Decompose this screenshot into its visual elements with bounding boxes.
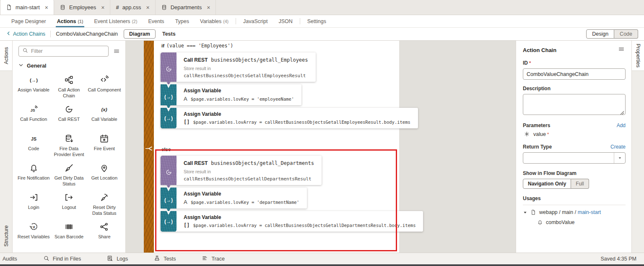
palette-item-call-component[interactable]: Call Component — [87, 75, 122, 99]
palette-item-code[interactable]: JSCode — [16, 133, 51, 158]
nav-item-actions[interactable]: Actions(1) — [52, 15, 89, 27]
card-title: Assign Variable — [184, 88, 294, 94]
parameter-row-value[interactable]: value * — [524, 131, 626, 137]
close-icon[interactable]: × — [146, 5, 150, 10]
full-button[interactable]: Full — [571, 179, 589, 189]
saved-status: Saved 4:35 PM — [601, 256, 638, 262]
design-toggle-button[interactable]: Design — [586, 29, 614, 39]
nav-separator — [236, 18, 236, 24]
right-side-strip: Properties — [631, 41, 644, 253]
tab-departments[interactable]: Departments× — [156, 0, 216, 15]
back-to-action-chains-link[interactable]: Action Chains — [6, 31, 45, 37]
tests-tab-button[interactable]: Tests — [162, 31, 176, 37]
card-tab: (→) — [161, 188, 177, 212]
palette-section-general[interactable]: General — [13, 60, 125, 70]
call-rest-icon — [64, 104, 74, 114]
search-icon — [43, 255, 53, 263]
properties-menu-icon[interactable] — [618, 46, 626, 54]
palette-item-get-location[interactable]: Get Location — [87, 163, 122, 187]
properties-panel-tab-label: Properties — [635, 44, 641, 68]
palette-item-label: Call REST — [58, 116, 80, 122]
tab-employees[interactable]: Employees× — [54, 0, 111, 15]
tab-app-css[interactable]: #app.css× — [110, 0, 155, 15]
add-parameter-link[interactable]: Add — [617, 123, 626, 128]
structure-panel-tab[interactable]: Structure — [0, 225, 12, 247]
card-call-rest-1-1[interactable]: Call RESTbusinessObjects/getall_Employee… — [161, 52, 316, 82]
card-assign-variable-1-2[interactable]: (→)Assign VariableA$page.variables.lovKe… — [161, 84, 301, 105]
tab-main-start[interactable]: main-start× — [0, 0, 54, 15]
nav-item-types[interactable]: Types — [170, 15, 195, 27]
tab-label: main-start — [16, 4, 40, 10]
palette-item-call-variable[interactable]: (x)Call Variable — [87, 104, 122, 128]
branch-keyword: else — [161, 147, 171, 152]
card-assign-variable-2-3[interactable]: (→)Assign Variable[]$page.variables.lovA… — [161, 211, 423, 232]
usage-event-name: comboValue — [546, 219, 575, 225]
main-area: Actions Structure General (→)Assign Vari… — [0, 41, 644, 253]
usage-row-page[interactable]: webapp / main / main-start — [523, 209, 626, 215]
code-toggle-button[interactable]: Code — [614, 29, 638, 39]
id-input[interactable] — [523, 68, 626, 80]
flask-icon — [154, 255, 164, 263]
nav-item-events[interactable]: Events — [143, 15, 169, 27]
palette-item-share[interactable]: Share — [87, 222, 122, 246]
assignment-row: A$page.variables.lovKey = 'departmentNam… — [184, 199, 299, 205]
code-icon: JS — [29, 133, 39, 143]
palette-item-call-action-chain[interactable]: Call Action Chain — [51, 75, 86, 99]
description-textarea[interactable] — [523, 94, 626, 115]
close-icon[interactable]: × — [101, 5, 104, 10]
tab-bar: main-start×Employees×#app.css×Department… — [0, 0, 644, 15]
palette-item-reset-variables[interactable]: xReset Variables — [16, 222, 51, 246]
resize-handle-icon[interactable] — [620, 111, 624, 115]
usage-page-link[interactable]: main-start — [578, 209, 601, 215]
palette-item-fire-notification[interactable]: Fire Notification — [16, 163, 51, 187]
return-type-select[interactable] — [523, 152, 626, 164]
caret-down-icon[interactable] — [523, 210, 527, 215]
palette-item-label: Get Location — [91, 175, 117, 181]
palette-item-label: Get Dirty Data Status — [52, 175, 86, 187]
usage-row-event[interactable]: comboValue — [537, 219, 626, 225]
logout-icon — [64, 192, 74, 202]
close-icon[interactable]: × — [45, 5, 48, 10]
card-assign-variable-1-3[interactable]: (→)Assign Variable[]$page.variables.lovA… — [161, 108, 418, 128]
statusbar-item-tests[interactable]: Tests — [154, 255, 176, 263]
palette-item-fire-event[interactable]: Fire Event — [87, 133, 122, 158]
nav-item-variables[interactable]: Variables(4) — [195, 15, 234, 27]
branch-label-else: else — [161, 147, 399, 152]
properties-panel-tab[interactable]: Properties — [632, 41, 644, 71]
palette-item-login[interactable]: Login — [16, 192, 51, 216]
palette-item-scan-barcode[interactable]: Scan Barcode — [51, 222, 86, 246]
palette-item-call-function[interactable]: JSCall Function — [16, 104, 51, 128]
nav-item-page-designer[interactable]: Page Designer — [6, 15, 52, 27]
palette-item-assign-variable[interactable]: (→)Assign Variable — [16, 75, 51, 99]
branch-node-icon[interactable] — [145, 144, 153, 153]
nav-item-label: Settings — [307, 18, 326, 24]
nav-item-settings[interactable]: Settings — [302, 15, 332, 27]
card-assign-variable-2-2[interactable]: (→)Assign VariableA$page.variables.lovKe… — [161, 188, 307, 209]
palette-menu-icon[interactable] — [112, 48, 121, 55]
nav-item-json[interactable]: JSON — [273, 15, 298, 27]
palette-item-fire-data-provider-event[interactable]: Fire Data Provider Event — [51, 133, 86, 158]
card-endpoint: businessObjects/getall_Departments — [211, 160, 314, 166]
assign-variable-icon: (→) — [164, 94, 173, 100]
actions-panel-tab[interactable]: Actions — [0, 41, 12, 71]
palette-item-get-dirty-data-status[interactable]: Get Dirty Data Status — [51, 163, 86, 187]
statusbar-item-logs[interactable]: Logs — [107, 255, 128, 263]
navigation-only-button[interactable]: Navigation Only — [523, 179, 571, 189]
create-return-type-link[interactable]: Create — [610, 144, 626, 150]
palette-item-call-rest[interactable]: Call REST — [51, 104, 86, 128]
diagram-tab-button[interactable]: Diagram — [124, 29, 156, 39]
card-call-rest-2-1[interactable]: Call RESTbusinessObjects/getall_Departme… — [161, 156, 322, 185]
palette-item-reset-dirty-data-status[interactable]: Reset Dirty Data Status — [87, 192, 122, 216]
statusbar-item-find-in-files[interactable]: Find in Files — [43, 255, 81, 263]
close-icon[interactable]: × — [207, 5, 210, 10]
nav-item-event-listeners[interactable]: Event Listeners(2) — [88, 15, 143, 27]
svg-text:JS: JS — [30, 108, 35, 112]
card-title: Assign Variable — [184, 191, 299, 197]
palette-item-logout[interactable]: Logout — [51, 192, 86, 216]
nav-item-count: (1) — [78, 19, 83, 24]
palette-filter-input[interactable] — [31, 48, 105, 54]
get-location-icon — [99, 163, 109, 173]
nav-item-javascript[interactable]: JavaScript — [238, 15, 273, 27]
statusbar-item-trace[interactable]: Trace — [202, 255, 225, 263]
statusbar-item-audits[interactable]: Audits — [3, 256, 17, 262]
